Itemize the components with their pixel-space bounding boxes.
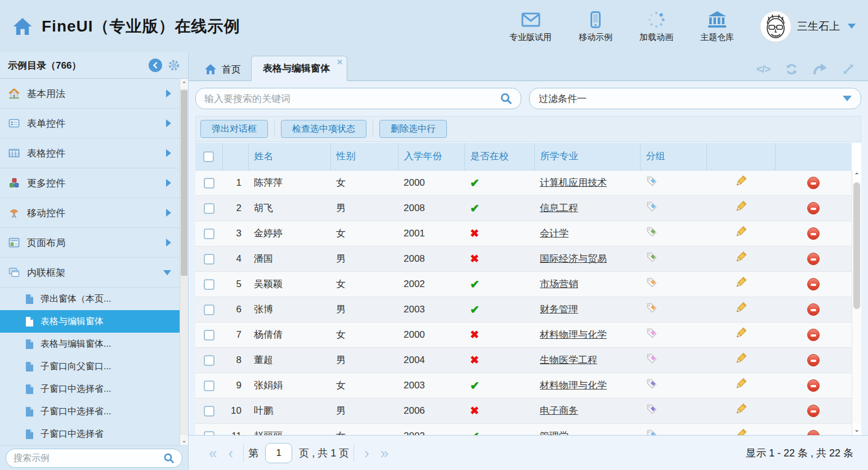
sidebar-subitem-select-province-3[interactable]: 子窗口中选择省 [0, 423, 180, 445]
scroll-down-icon[interactable]: ⌄ [852, 424, 861, 435]
edit-icon[interactable] [735, 382, 747, 392]
nav-trial[interactable]: 专业版试用 [509, 10, 552, 43]
delete-icon[interactable] [807, 329, 820, 341]
sidebar-subitem-select-province-2[interactable]: 子窗口中选择省... [0, 400, 180, 423]
keyword-search-input[interactable]: 输入要搜索的关键词 [195, 88, 521, 109]
sidebar-item-grid[interactable]: 表格控件 [0, 138, 180, 168]
user-menu[interactable]: 三生石上 [760, 11, 856, 42]
tag-icon[interactable] [646, 327, 658, 339]
tag-icon[interactable] [646, 251, 658, 263]
filter-dropdown[interactable]: 过滤条件一 [529, 88, 861, 109]
edit-icon[interactable] [735, 204, 747, 215]
table-row[interactable]: 5 吴颖颖 女 2002 ✔ 市场营销 [195, 271, 852, 297]
tag-icon[interactable] [646, 175, 658, 187]
sidebar-item-more[interactable]: 更多控件 [0, 168, 180, 198]
row-checkbox[interactable] [204, 229, 214, 239]
table-row[interactable]: 11 赵丽丽 女 2002 ✔ 管理学 [195, 423, 852, 435]
col-gender[interactable]: 性别 [330, 143, 398, 170]
major-link[interactable]: 财务管理 [540, 304, 578, 315]
nav-themes[interactable]: 主题仓库 [700, 10, 734, 43]
next-page-button[interactable]: › [359, 446, 375, 460]
sidebar-subitem-popup-window[interactable]: 弹出窗体（本页... [0, 288, 180, 310]
share-icon[interactable] [813, 63, 827, 75]
scroll-up-icon[interactable]: ⌃ [180, 79, 188, 89]
table-row[interactable]: 1 陈萍萍 女 2000 ✔ 计算机应用技术 [195, 170, 852, 195]
scrollbar-thumb[interactable] [181, 90, 187, 276]
table-row[interactable]: 3 金婷婷 女 2001 ✖ 会计学 [195, 221, 852, 246]
row-checkbox[interactable] [204, 431, 214, 436]
tag-icon[interactable] [646, 276, 658, 289]
tag-icon[interactable] [646, 378, 658, 390]
sidebar-subitem-child-to-parent[interactable]: 子窗口向父窗口... [0, 355, 180, 378]
col-major[interactable]: 所学专业 [534, 143, 640, 170]
scroll-up-icon[interactable]: ⌃ [852, 170, 861, 181]
major-link[interactable]: 市场营销 [540, 279, 578, 289]
row-checkbox[interactable] [204, 381, 214, 391]
delete-icon[interactable] [807, 430, 820, 436]
delete-icon[interactable] [807, 405, 820, 417]
sidebar-item-mobile[interactable]: 移动控件 [0, 198, 180, 228]
edit-icon[interactable] [735, 230, 747, 240]
delete-icon[interactable] [807, 379, 820, 392]
table-row[interactable]: 7 杨倩倩 女 2000 ✖ 材料物理与化学 [195, 322, 852, 347]
check-selection-button[interactable]: 检查选中项状态 [281, 120, 366, 138]
table-row[interactable]: 4 潘国 男 2008 ✖ 国际经济与贸易 [195, 246, 852, 271]
collapse-sidebar-icon[interactable] [149, 59, 162, 72]
row-checkbox[interactable] [204, 355, 214, 366]
table-row[interactable]: 8 董超 男 2004 ✖ 生物医学工程 [195, 347, 852, 373]
edit-icon[interactable] [735, 179, 747, 190]
delete-icon[interactable] [807, 253, 820, 265]
tag-icon[interactable] [646, 302, 658, 314]
scroll-down-icon[interactable]: ⌄ [180, 435, 188, 445]
col-year[interactable]: 入学年份 [398, 143, 464, 170]
col-group[interactable]: 分组 [640, 143, 706, 170]
sidebar-item-basic[interactable]: 基本用法 [0, 79, 180, 109]
major-link[interactable]: 材料物理与化学 [540, 329, 607, 340]
gear-icon[interactable] [168, 59, 180, 71]
edit-icon[interactable] [735, 407, 747, 418]
major-link[interactable]: 会计学 [540, 228, 569, 239]
sidebar-item-form[interactable]: 表单控件 [0, 109, 180, 138]
search-icon[interactable] [500, 92, 512, 105]
tab-home[interactable]: 首页 [194, 58, 251, 80]
row-checkbox[interactable] [204, 279, 214, 290]
prev-page-button[interactable]: ‹ [222, 446, 239, 460]
major-link[interactable]: 管理学 [540, 431, 569, 435]
table-row[interactable]: 2 胡飞 男 2008 ✔ 信息工程 [195, 195, 852, 221]
tag-icon[interactable] [646, 226, 658, 238]
row-checkbox[interactable] [204, 330, 214, 341]
search-icon[interactable] [163, 453, 175, 464]
table-scrollbar[interactable]: ⌃ ⌄ [852, 170, 861, 435]
fullscreen-icon[interactable] [842, 63, 854, 75]
edit-icon[interactable] [735, 280, 747, 291]
major-link[interactable]: 国际经济与贸易 [540, 253, 607, 264]
row-checkbox[interactable] [204, 406, 214, 417]
sidebar-subitem-select-province-1[interactable]: 子窗口中选择省... [0, 378, 180, 400]
delete-rows-button[interactable]: 删除选中行 [379, 120, 447, 138]
table-row[interactable]: 9 张娟娟 女 2003 ✔ 材料物理与化学 [195, 373, 852, 398]
sidebar-search-input[interactable]: 搜索示例 [6, 449, 182, 468]
first-page-button[interactable]: « [203, 446, 222, 460]
tag-icon[interactable] [646, 428, 658, 435]
source-code-icon[interactable]: </> [757, 63, 770, 75]
open-dialog-button[interactable]: 弹出对话框 [200, 120, 268, 138]
refresh-icon[interactable] [785, 62, 798, 76]
row-checkbox[interactable] [204, 203, 214, 214]
nav-mobile[interactable]: 移动示例 [579, 10, 612, 43]
row-checkbox[interactable] [204, 254, 214, 265]
sidebar-item-layout[interactable]: 页面布局 [0, 228, 180, 258]
tag-icon[interactable] [646, 352, 658, 365]
tag-icon[interactable] [646, 403, 658, 415]
major-link[interactable]: 材料物理与化学 [540, 380, 607, 391]
delete-icon[interactable] [807, 303, 820, 316]
page-number-input[interactable]: 1 [265, 443, 292, 463]
edit-icon[interactable] [735, 432, 747, 435]
major-link[interactable]: 计算机应用技术 [540, 177, 607, 188]
sidebar-subitem-grid-edit-window[interactable]: 表格与编辑窗体 [0, 310, 180, 333]
delete-icon[interactable] [807, 202, 820, 214]
select-all-checkbox[interactable] [203, 151, 214, 162]
close-icon[interactable]: ✕ [337, 58, 343, 66]
edit-icon[interactable] [735, 306, 747, 316]
row-checkbox[interactable] [204, 305, 214, 315]
delete-icon[interactable] [807, 278, 820, 290]
